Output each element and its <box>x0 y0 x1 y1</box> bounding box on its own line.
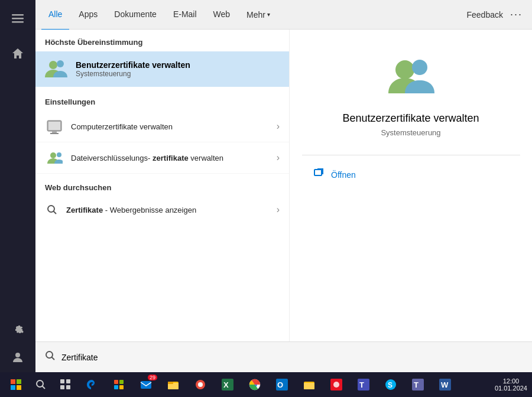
web-section: Web durchsuchen Zertifikate - Webergebni… <box>35 174 289 223</box>
taskview-button[interactable] <box>54 373 77 396</box>
svg-point-48 <box>333 382 339 388</box>
svg-rect-19 <box>11 379 15 384</box>
taskbar-time: 12:00 01.01.2024 <box>495 378 527 392</box>
svg-point-23 <box>37 380 43 387</box>
svg-point-5 <box>57 60 64 67</box>
arrow-icon-2 <box>277 152 280 163</box>
tab-dokumente[interactable]: Dokumente <box>107 0 164 30</box>
list-item-file-enc-cert[interactable]: Dateiverschlüsselungs- zertifikate verwa… <box>35 142 289 174</box>
taskbar-mail[interactable]: 29 <box>134 373 158 396</box>
svg-rect-16 <box>314 170 322 175</box>
svg-rect-33 <box>141 381 151 389</box>
results-panel: Höchste Übereinstimmung Benutzerzertifik… <box>35 30 290 341</box>
taskbar-teams2[interactable]: T <box>406 373 430 396</box>
tab-mehr[interactable]: Mehr ▾ <box>239 0 277 30</box>
svg-rect-2 <box>12 21 24 23</box>
taskbar-files[interactable] <box>297 373 322 396</box>
svg-rect-46 <box>304 383 314 389</box>
svg-rect-22 <box>17 385 21 390</box>
tab-web[interactable]: Web <box>206 0 238 30</box>
svg-rect-36 <box>168 382 173 384</box>
search-tabs: Alle Apps Dokumente E-Mail Web Mehr ▾ <box>35 0 467 30</box>
main-area: Alle Apps Dokumente E-Mail Web Mehr ▾ Fe… <box>35 0 532 372</box>
sidebar <box>0 0 35 372</box>
detail-subtitle: Systemsteuerung <box>381 128 440 137</box>
svg-text:T: T <box>414 380 419 389</box>
list-item-computer-cert[interactable]: Computerzertifikate verwalten <box>35 111 289 142</box>
svg-rect-21 <box>11 385 15 390</box>
detail-icon <box>387 53 434 100</box>
bottom-search-bar <box>35 341 532 372</box>
taskbar-store[interactable] <box>106 373 131 396</box>
svg-text:X: X <box>223 380 229 389</box>
bold-part: zertifikate <box>153 154 189 162</box>
computer-cert-icon <box>45 117 64 136</box>
tab-email[interactable]: E-Mail <box>166 0 204 30</box>
taskbar-word[interactable]: W <box>433 373 458 396</box>
taskbar-search-button[interactable] <box>30 373 52 396</box>
best-match-title: Benutzerzertifikate verwalten <box>76 60 190 70</box>
search-icon <box>45 350 56 364</box>
svg-rect-28 <box>66 385 70 389</box>
computer-cert-label: Computerzertifikate verwalten <box>71 122 277 131</box>
taskbar-edge[interactable] <box>79 373 104 396</box>
svg-text:S: S <box>388 381 392 389</box>
svg-point-14 <box>395 60 414 79</box>
detail-divider <box>302 155 520 155</box>
web-header: Web durchsuchen <box>35 174 289 197</box>
svg-rect-30 <box>119 380 124 384</box>
content-area: Höchste Übereinstimmung Benutzerzertifik… <box>35 30 532 341</box>
svg-rect-31 <box>114 385 118 389</box>
svg-text:T: T <box>359 380 364 389</box>
taskbar-explorer[interactable] <box>161 373 186 396</box>
taskbar-skype[interactable]: S <box>378 373 403 396</box>
svg-point-17 <box>46 352 53 358</box>
best-match-subtitle: Systemsteuerung <box>76 70 190 78</box>
taskbar-chrome[interactable] <box>242 373 267 396</box>
svg-rect-27 <box>60 385 64 389</box>
svg-line-13 <box>54 211 57 214</box>
taskbar-right: 12:00 01.01.2024 <box>495 378 527 392</box>
taskbar-outlook[interactable]: O <box>270 373 294 396</box>
svg-text:O: O <box>277 380 283 389</box>
best-match-item[interactable]: Benutzerzertifikate verwalten Systemsteu… <box>35 51 289 87</box>
sidebar-settings-icon[interactable] <box>0 313 35 343</box>
file-enc-cert-icon <box>45 148 64 167</box>
start-button[interactable] <box>5 373 27 396</box>
web-arrow-icon <box>277 204 280 215</box>
open-action[interactable]: Öffnen <box>313 167 356 182</box>
svg-rect-32 <box>119 385 124 389</box>
feedback-link[interactable]: Feedback <box>467 10 503 19</box>
file-enc-cert-label: Dateiverschlüsselungs- zertifikate verwa… <box>71 154 277 162</box>
sidebar-user-icon[interactable] <box>0 343 35 372</box>
user-cert-icon <box>45 57 69 81</box>
svg-rect-0 <box>12 14 24 16</box>
search-input[interactable] <box>61 353 523 362</box>
open-label: Öffnen <box>331 170 356 180</box>
web-search-item[interactable]: Zertifikate - Webergebnisse anzeigen <box>35 197 289 223</box>
taskbar-groove[interactable] <box>324 373 349 396</box>
svg-point-10 <box>50 152 56 158</box>
top-right: Feedback ··· <box>467 8 533 21</box>
taskbar-teams[interactable]: T <box>351 373 376 396</box>
svg-rect-29 <box>114 380 118 384</box>
sidebar-menu-icon[interactable] <box>0 4 35 33</box>
chevron-down-icon: ▾ <box>267 11 270 18</box>
detail-title: Benutzerzertifikate verwalten <box>342 112 479 125</box>
settings-section: Einstellungen Computerzertifikate verwal… <box>35 88 289 174</box>
more-options-button[interactable]: ··· <box>510 8 523 21</box>
open-icon <box>313 167 325 182</box>
svg-rect-8 <box>52 131 57 133</box>
taskbar-excel[interactable]: X <box>215 373 240 396</box>
search-web-icon <box>45 203 59 217</box>
detail-panel: Benutzerzertifikate verwalten Systemsteu… <box>290 30 532 341</box>
arrow-icon <box>277 121 280 132</box>
svg-rect-26 <box>66 379 70 383</box>
svg-point-3 <box>15 353 20 357</box>
svg-point-12 <box>48 206 54 212</box>
tab-alle[interactable]: Alle <box>41 0 69 30</box>
taskbar-paint[interactable] <box>188 373 213 396</box>
sidebar-home-icon[interactable] <box>0 39 35 69</box>
tab-apps[interactable]: Apps <box>72 0 105 30</box>
svg-line-18 <box>52 357 55 360</box>
